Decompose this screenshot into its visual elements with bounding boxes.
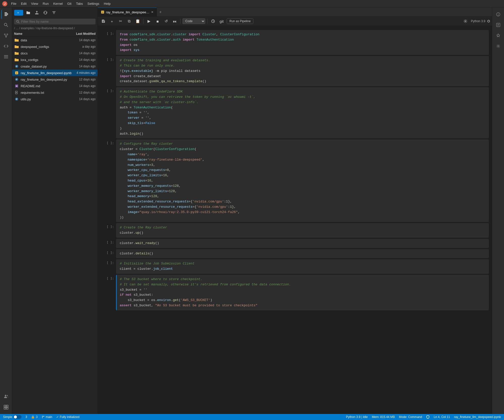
file-modified: 14 days ago	[79, 51, 96, 55]
svg-rect-15	[4, 58, 8, 58]
cell-7: [ ]: cluster.details()	[101, 249, 489, 258]
settings-btn[interactable]	[462, 18, 469, 25]
save-button[interactable]	[100, 18, 107, 25]
cell-code-8: # Initialize the Job Submission Client c…	[117, 259, 489, 274]
menu-edit[interactable]: Edit	[19, 1, 28, 6]
files-icon[interactable]	[1, 10, 11, 19]
toolbar-separator-1	[143, 19, 143, 24]
simple-mode-label: Simple	[3, 415, 12, 419]
right-icon-3[interactable]	[493, 31, 503, 40]
branch-item[interactable]: main	[42, 415, 52, 419]
breadcrumb: / ... / examples / ray-finetune-llm-deep…	[12, 25, 98, 31]
file-name: ray_finetune_llm_deepspeed.ipynb	[21, 71, 77, 75]
open-folder-button[interactable]	[25, 9, 32, 16]
svg-rect-13	[4, 55, 8, 56]
menu-git[interactable]: Git	[65, 1, 74, 6]
file-item[interactable]: Pcreate_dataset.py14 days ago	[12, 63, 98, 70]
scissors-button[interactable]: ✂	[117, 18, 124, 25]
cell-type-select[interactable]: Code Markdown Raw	[183, 18, 205, 24]
active-tab[interactable]: J ray_finetune_llm_deepspee… ✕	[98, 8, 157, 17]
cell-body-3[interactable]: # Authenticate the CodeFlare SDK # On Op…	[116, 87, 489, 138]
cell-body-1[interactable]: from codeflare_sdk.cluster.cluster impor…	[116, 30, 489, 55]
filter-button[interactable]	[50, 9, 57, 16]
cell-count2: 3	[36, 415, 38, 419]
stop-button[interactable]: ■	[154, 18, 161, 25]
tab-close-button[interactable]: ✕	[151, 10, 154, 14]
git-btn[interactable]: git	[218, 18, 225, 25]
svg-rect-5	[5, 15, 7, 16]
list-icon[interactable]	[1, 52, 11, 62]
file-name: create_dataset.py	[21, 65, 79, 68]
cell-body-9[interactable]: # The S3 bucket where to store checkpoin…	[116, 275, 489, 310]
git-sidebar-icon[interactable]	[1, 31, 11, 40]
svg-point-16	[5, 395, 6, 396]
menu-file[interactable]: File	[9, 1, 18, 6]
file-item[interactable]: docs14 days ago	[12, 50, 98, 56]
svg-point-10	[6, 36, 7, 37]
cell-code-9: # The S3 bucket where to store checkpoin…	[117, 275, 489, 310]
toolbar-separator-2	[180, 19, 181, 24]
cell-body-5[interactable]: # Create the Ray cluster cluster.up()	[116, 223, 489, 238]
cell-6: [ ]: cluster.wait_ready()	[101, 239, 489, 248]
menu-kernel[interactable]: Kernel	[51, 1, 65, 6]
file-name: ray_finetune_llm_deepspeed.py	[21, 78, 79, 81]
cell-gutter-8: [ ]:	[101, 259, 116, 274]
cell-body-4[interactable]: # Configure the Ray cluster cluster = Cl…	[116, 139, 489, 222]
svg-rect-18	[4, 405, 6, 407]
file-toolbar: +	[12, 8, 98, 18]
users-icon[interactable]	[1, 392, 11, 401]
svg-point-53	[498, 15, 498, 16]
right-icon-1[interactable]	[493, 10, 503, 19]
kernel-info: Python 3.9	[462, 18, 490, 25]
svg-text:J: J	[4, 2, 6, 5]
menu-tabs[interactable]: Tabs	[74, 1, 85, 6]
search-box[interactable]	[14, 19, 96, 24]
add-cell-button[interactable]: +	[108, 18, 115, 25]
svg-point-9	[7, 34, 8, 35]
file-modified: 12 days ago	[79, 78, 96, 81]
refresh-button[interactable]	[42, 9, 49, 16]
cell-body-6[interactable]: cluster.wait_ready()	[116, 239, 489, 248]
cell-body-8[interactable]: # Initialize the Job Submission Client c…	[116, 259, 489, 274]
svg-point-59	[42, 416, 43, 417]
svg-rect-19	[6, 405, 8, 407]
extensions-icon[interactable]	[1, 402, 11, 412]
menu-help[interactable]: Help	[102, 1, 113, 6]
file-icon	[14, 57, 19, 62]
simple-mode-item: Simple	[3, 415, 21, 419]
file-item[interactable]: Jray_finetune_llm_deepspeed.ipynb4 minut…	[12, 70, 98, 76]
file-icon	[14, 90, 19, 95]
file-item[interactable]: Putils.py14 days ago	[12, 96, 98, 102]
file-item[interactable]: Pray_finetune_llm_deepspeed.py12 days ag…	[12, 76, 98, 83]
copy-button[interactable]: ⧉	[126, 18, 133, 25]
fast-forward-button[interactable]: ⏭	[171, 18, 178, 25]
status-bar: Simple 3 🔒 3 main ✓ Fully initialized Py…	[0, 414, 504, 420]
new-file-button[interactable]: +	[14, 10, 23, 16]
menu-settings[interactable]: Settings	[85, 1, 101, 6]
code-icon[interactable]	[1, 41, 11, 51]
cell-8: [ ]: # Initialize the Job Submission Cli…	[101, 259, 489, 274]
search-sidebar-icon[interactable]	[1, 20, 11, 30]
restart-button[interactable]: ↺	[163, 18, 170, 25]
file-item[interactable]: requirements.txt12 days ago	[12, 89, 98, 96]
run-cell-button[interactable]: ▶	[145, 18, 153, 25]
cell-body-7[interactable]: cluster.details()	[116, 249, 489, 258]
file-item[interactable]: data14 days ago	[12, 37, 98, 43]
file-search-input[interactable]	[21, 20, 94, 23]
file-modified: a day ago	[82, 45, 96, 48]
menu-run[interactable]: Run	[41, 1, 51, 6]
run-pipeline-button[interactable]: Run as Pipeline	[227, 18, 253, 24]
file-item[interactable]: MREADME.md14 days ago	[12, 83, 98, 89]
cell-body-2[interactable]: # Create the training and evaluation dat…	[116, 56, 489, 86]
activity-bar	[0, 8, 12, 414]
upload-button[interactable]	[33, 9, 40, 16]
right-icon-2[interactable]	[493, 20, 503, 30]
new-tab-button[interactable]: +	[157, 9, 164, 15]
file-item[interactable]: lora_configs14 days ago	[12, 56, 98, 63]
menu-view[interactable]: View	[29, 1, 40, 6]
svg-line-28	[18, 22, 19, 23]
paste-button[interactable]: 📋	[134, 18, 141, 25]
simple-mode-toggle[interactable]	[13, 415, 21, 419]
file-item[interactable]: deepspeed_configsa day ago	[12, 43, 98, 50]
right-icon-settings[interactable]	[493, 41, 503, 51]
